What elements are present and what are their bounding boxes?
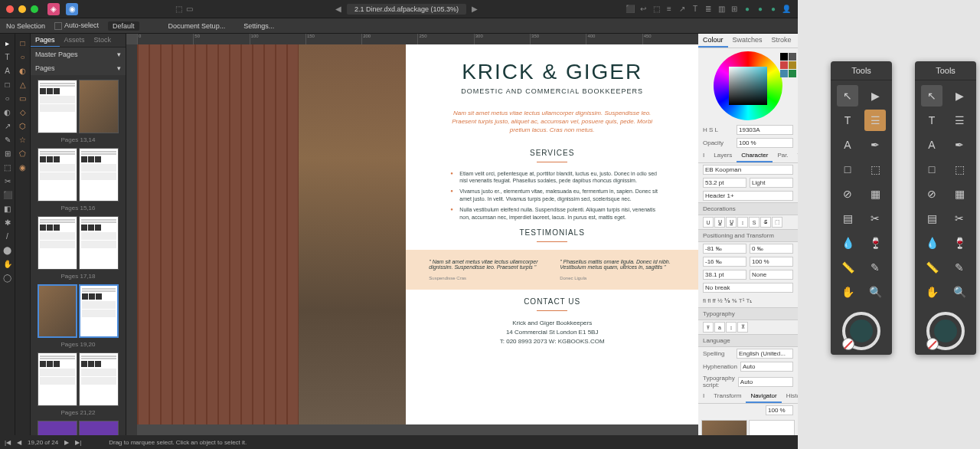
tool-button[interactable]: ⬚ (2, 161, 14, 173)
toolbar-icon[interactable]: ⊞ (729, 4, 740, 15)
tool-icon[interactable]: 🍷 (864, 232, 886, 254)
next-doc-icon[interactable]: ▶ (469, 4, 480, 15)
nav-tab[interactable]: I (698, 390, 709, 403)
tool-icon[interactable]: 🔍 (864, 281, 886, 303)
shape-button[interactable]: ◇ (17, 106, 29, 118)
auto-select-toggle[interactable]: Auto-select (54, 21, 99, 30)
shape-button[interactable]: ⬠ (17, 147, 29, 159)
shape-button[interactable]: ⬡ (17, 120, 29, 132)
right-page[interactable]: KRICK & GIGER DOMESTIC AND COMMERCIAL BO… (406, 44, 698, 424)
typo-button[interactable]: ⊼ (737, 322, 748, 333)
tool-icon[interactable]: T (837, 110, 858, 131)
canvas[interactable]: 050100150200250300350400450 KRICK & GIGE… (126, 34, 698, 435)
settings-button[interactable]: Settings... (239, 21, 279, 31)
tool-button[interactable]: □ (2, 78, 14, 90)
panel-tab[interactable]: Stroke (767, 34, 796, 48)
tool-icon[interactable]: ✎ (864, 257, 886, 278)
toolbar-icon[interactable]: ⬛ (625, 4, 635, 15)
fill-stroke-wheel[interactable] (926, 312, 965, 350)
tool-icon[interactable]: 💧 (921, 232, 942, 254)
nav-tab[interactable]: History (782, 390, 798, 403)
snap-icon[interactable]: ● (742, 4, 753, 15)
tool-icon[interactable]: ⬚ (949, 159, 970, 180)
tool-icon[interactable]: ☰ (949, 110, 970, 131)
deco-button[interactable]: S̶ (760, 217, 771, 228)
studio-tab[interactable]: Pages (31, 34, 60, 47)
tool-icon[interactable]: ☰ (864, 110, 886, 131)
shape-button[interactable]: ▭ (17, 92, 29, 104)
char-tab[interactable]: I (698, 149, 709, 162)
page-thumbnail[interactable] (79, 352, 119, 406)
panel-tab[interactable]: Swatches (728, 34, 767, 48)
studio-tab[interactable]: Stock (90, 34, 116, 47)
tool-icon[interactable]: ▶ (864, 85, 886, 107)
shape-button[interactable]: □ (17, 37, 29, 49)
tool-icon[interactable]: 🍷 (949, 232, 970, 254)
page-thumbnail[interactable] (38, 148, 77, 202)
persona-photo-icon[interactable]: ◉ (66, 3, 78, 15)
tool-icon[interactable]: ↖ (921, 85, 942, 107)
typo-button[interactable]: Ŧ (703, 322, 714, 333)
hex-value[interactable]: 19303A (737, 125, 793, 135)
panel-tab[interactable]: Colour (698, 34, 728, 48)
toolbar-icon[interactable]: ↩ (638, 4, 648, 15)
style-dropdown[interactable]: Default (108, 21, 139, 31)
master-pages-header[interactable]: Master Pages▾ (31, 48, 126, 61)
toolbar-icon[interactable]: ⬚ (651, 4, 662, 15)
tool-icon[interactable]: 🔍 (949, 281, 970, 303)
page-thumbnail[interactable] (79, 148, 119, 202)
deco-button[interactable]: U̲ (726, 217, 737, 228)
toolbar-icon[interactable]: ▥ (716, 4, 727, 15)
navigator-preview[interactable] (698, 417, 798, 435)
page-thumbnail[interactable] (79, 80, 119, 133)
shape-button[interactable]: ☆ (17, 133, 29, 146)
tool-icon[interactable]: ✋ (837, 281, 858, 303)
tool-icon[interactable]: ✋ (921, 281, 942, 303)
char-tab[interactable]: Character (737, 149, 773, 162)
tool-button[interactable]: ◧ (2, 202, 14, 215)
page-thumbnail[interactable] (38, 80, 77, 133)
document-tab[interactable]: 2.1 Diner.dxd.afpackage (105.3%) (347, 4, 466, 15)
font-family[interactable]: EB Koopman (703, 165, 793, 175)
tool-icon[interactable]: T (921, 110, 942, 131)
studio-tab[interactable]: Assets (60, 34, 90, 47)
deco-button[interactable]: U̲ (714, 217, 725, 228)
shape-button[interactable]: △ (17, 78, 29, 90)
tool-button[interactable]: ✂ (2, 175, 14, 187)
page-nav-first[interactable]: |◀ (5, 439, 11, 446)
tool-icon[interactable]: A (921, 134, 942, 156)
page-thumbnail[interactable] (38, 284, 77, 338)
typo-button[interactable]: a (714, 322, 725, 333)
shape-button[interactable]: ◐ (17, 64, 29, 77)
left-page-image[interactable] (137, 44, 406, 424)
tool-icon[interactable]: ▦ (864, 183, 886, 205)
tool-icon[interactable]: ✒ (864, 134, 886, 156)
tool-icon[interactable]: ✂ (949, 208, 970, 229)
colour-wheel[interactable] (714, 51, 782, 120)
shape-button[interactable]: ○ (17, 51, 29, 63)
snap-icon[interactable]: ● (768, 4, 779, 15)
char-tab[interactable]: TSt (793, 149, 798, 162)
tool-icon[interactable]: ▶ (949, 85, 970, 107)
tool-icon[interactable]: □ (837, 159, 858, 180)
toolbar-icon[interactable]: ≡ (664, 4, 675, 15)
colour-swatches[interactable] (780, 53, 796, 77)
text-style[interactable]: Header 1+ (703, 191, 793, 201)
minimize-icon[interactable] (18, 5, 26, 13)
tool-icon[interactable]: ✎ (949, 257, 970, 278)
persona-designer-icon[interactable]: ◈ (47, 3, 60, 15)
tool-button[interactable]: ▸ (2, 37, 14, 49)
tool-icon[interactable]: ✒ (949, 134, 970, 156)
tool-icon[interactable]: A (837, 134, 858, 156)
page-nav-last[interactable]: ▶| (75, 439, 81, 446)
tool-icon[interactable]: ▤ (921, 208, 942, 229)
toolbar-icon[interactable]: ≣ (703, 4, 714, 15)
opacity-value[interactable]: 100 % (737, 138, 793, 148)
deco-button[interactable]: ⬚ (772, 217, 782, 228)
tool-button[interactable]: ↗ (2, 120, 14, 132)
toolbar-btn[interactable]: ⬚ (173, 4, 184, 15)
page-thumbnail[interactable] (38, 421, 77, 435)
page-nav-next[interactable]: ▶ (64, 439, 69, 446)
window-controls[interactable] (0, 5, 44, 13)
fill-stroke-wheel[interactable] (842, 312, 880, 350)
